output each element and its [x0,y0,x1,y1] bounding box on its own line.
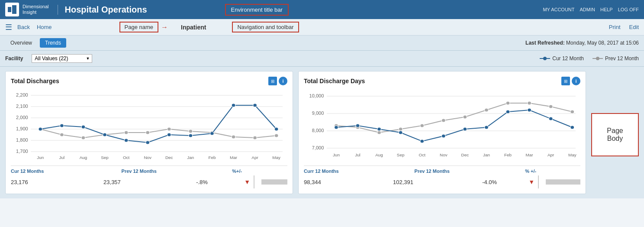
svg-point-43 [146,141,150,144]
page-title: Inpatient [181,24,206,31]
svg-point-30 [124,131,128,134]
svg-text:Jun: Jun [37,155,44,159]
svg-point-44 [167,133,171,136]
edit-button[interactable]: Edit [629,24,639,30]
facility-label: Facility [5,55,23,62]
svg-text:Mar: Mar [526,152,533,157]
chart2-col3-header: % +/- [525,169,580,174]
svg-point-91 [528,108,531,112]
svg-text:2,100: 2,100 [16,104,28,108]
chart1-arrow-down: ▼ [244,178,250,185]
svg-point-73 [399,127,402,131]
home-link[interactable]: Home [37,24,52,30]
legend-cur: Cur 12 Month [540,55,584,62]
chart2-col1-header: Curr 12 Months [304,169,415,174]
tab-overview[interactable]: Overview [5,38,37,48]
tab-bar: Overview Trends Last Refreshed: Monday, … [0,36,644,51]
svg-text:Apr: Apr [547,152,554,157]
facility-select[interactable]: All Values (22) [32,54,92,63]
svg-text:1,900: 1,900 [16,126,28,131]
svg-point-93 [570,126,574,129]
chart1-col1-val: 23,176 [11,179,103,185]
nav-bar: ☰ Back Home Page name → Inpatient Naviga… [0,19,644,36]
chart1-footer-divider [254,175,254,188]
svg-text:Dec: Dec [165,155,173,159]
chart1-title: Total Discharges [11,78,59,84]
svg-point-36 [253,136,257,139]
annotation-arrow: → [161,23,168,31]
chart2-col3-val: -4.0% [482,179,527,185]
env-title-annotation: Environment title bar [225,4,289,16]
chart2-footer-headers: Curr 12 Months Prev 12 Months % +/- [304,169,580,174]
top-nav-links: MY ACCOUNT ADMIN HELP LOG OFF [543,7,639,12]
chart1-col2-val: 23,357 [103,179,196,185]
svg-point-33 [189,130,193,133]
svg-text:Jul: Jul [59,155,65,159]
chart-legend: Cur 12 Month Prev 12 Month [540,55,639,62]
svg-point-38 [39,127,42,131]
my-account-link[interactable]: MY ACCOUNT [543,7,574,12]
svg-text:Nov: Nov [144,155,151,159]
svg-text:Jan: Jan [187,155,194,159]
svg-point-48 [253,104,257,107]
print-button[interactable]: Print [609,24,621,30]
admin-link[interactable]: ADMIN [580,7,595,12]
svg-rect-1 [12,5,16,14]
chart1-col3-val: -.8% [196,179,242,185]
svg-text:Oct: Oct [419,152,426,157]
chart1-info-icon[interactable]: i [279,77,287,85]
svg-point-88 [463,127,467,131]
chart2-col2-val: 102,391 [393,179,482,185]
logo-icon [5,3,19,16]
svg-text:Dec: Dec [461,152,469,157]
svg-text:Aug: Aug [80,155,87,159]
svg-text:7,000: 7,000 [312,145,324,150]
chart1-table-icon[interactable]: ⊞ [268,77,277,85]
chart2-info-icon[interactable]: i [572,77,580,85]
svg-point-32 [167,127,171,131]
legend-cur-line [540,58,550,59]
chart-total-discharges: Total Discharges ⊞ i 2,200 2,100 2,000 1… [5,71,293,194]
legend-prev-line [592,58,603,59]
svg-text:9,000: 9,000 [312,110,324,115]
svg-point-76 [463,115,467,119]
hamburger-icon[interactable]: ☰ [5,23,12,32]
svg-point-85 [399,131,402,134]
toolbar-annotation: Navigation and toolbar [232,22,299,32]
svg-point-72 [377,131,381,134]
chart1-icons: ⊞ i [268,77,287,85]
svg-point-47 [232,104,235,107]
chart2-arrow-down: ▼ [528,178,535,185]
chart2-table-icon[interactable]: ⊞ [561,77,570,85]
legend-prev: Prev 12 Month [592,55,639,62]
log-off-link[interactable]: LOG OFF [618,7,639,12]
chart1-col3-header: %+/- [232,169,287,174]
logo: Dimensional Insight [5,3,49,16]
page-body-label: PageBody [607,127,623,143]
legend-prev-label: Prev 12 Month [605,55,639,62]
page-name-annotation: Page name → [59,22,168,32]
chart2-header: Total Discharge Days ⊞ i [304,77,580,85]
help-link[interactable]: HELP [600,7,613,12]
chart1-col1-header: Cur 12 Months [11,169,122,174]
chart-total-discharge-days: Total Discharge Days ⊞ i 10,000 9,000 8,… [298,71,586,194]
svg-point-46 [210,132,214,135]
facility-filter-wrapper[interactable]: All Values (22) [32,54,92,63]
svg-point-74 [420,124,424,127]
svg-text:Jul: Jul [355,152,361,157]
svg-text:Sep: Sep [397,152,405,157]
chart1-svg: 2,200 2,100 2,000 1,900 1,800 1,700 Jun … [11,89,287,162]
svg-point-87 [441,134,445,138]
chart1-footer-values: 23,176 23,357 -.8% ▼ [11,175,287,188]
back-link[interactable]: Back [17,24,30,30]
svg-point-37 [274,134,278,137]
svg-text:10,000: 10,000 [309,93,324,98]
svg-point-28 [81,136,85,139]
svg-point-49 [274,127,278,131]
tab-trends[interactable]: Trends [40,38,66,48]
legend-cur-label: Cur 12 Month [552,55,584,62]
svg-point-80 [549,105,553,108]
filter-bar: Facility All Values (22) Cur 12 Month Pr… [0,51,644,67]
svg-text:Jun: Jun [333,152,340,157]
page-body-annotation: PageBody [591,113,639,156]
